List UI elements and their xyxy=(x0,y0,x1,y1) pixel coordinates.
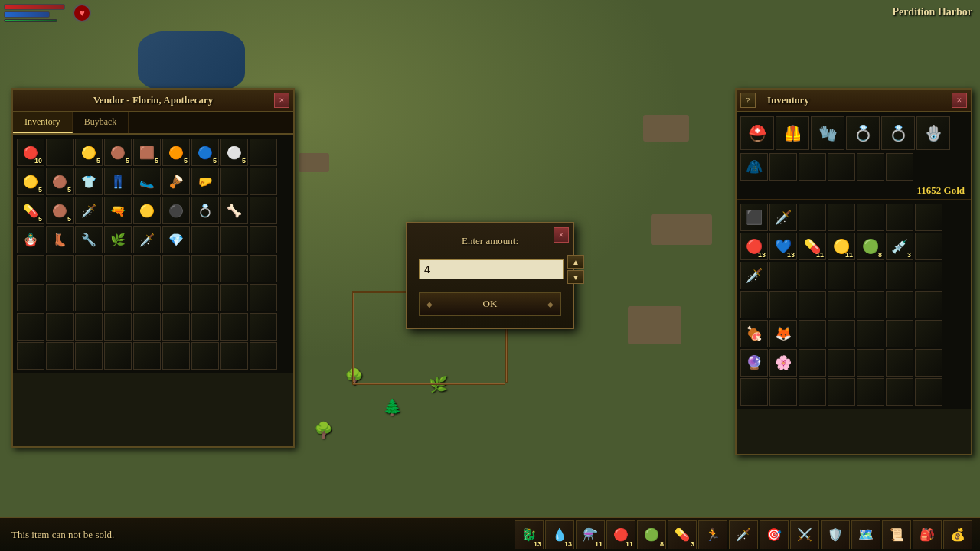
inventory-cell[interactable] xyxy=(915,262,942,289)
vendor-cell[interactable]: 🪆 xyxy=(17,226,44,253)
equipped-cell-2[interactable] xyxy=(886,153,913,181)
vendor-cell[interactable] xyxy=(191,226,219,253)
vendor-cell[interactable] xyxy=(191,313,219,341)
tab-buyback[interactable]: Buyback xyxy=(73,112,129,133)
inventory-cell[interactable] xyxy=(886,378,913,406)
vendor-cell[interactable] xyxy=(133,313,161,341)
hotbar-slot[interactable]: 🎯 xyxy=(760,520,789,549)
equipped-cell-2[interactable] xyxy=(857,153,884,181)
vendor-cell[interactable]: ⚫ xyxy=(162,197,190,224)
inventory-cell[interactable] xyxy=(828,262,855,289)
inventory-cell[interactable] xyxy=(857,320,884,347)
inventory-cell[interactable]: 💙13 xyxy=(769,233,797,260)
vendor-cell[interactable] xyxy=(191,342,219,370)
vendor-cell[interactable] xyxy=(46,342,74,370)
vendor-cell[interactable] xyxy=(104,255,132,282)
hotbar-slot[interactable]: ⚔️ xyxy=(790,520,819,549)
hotbar-slot[interactable]: 💰 xyxy=(943,520,972,549)
vendor-cell[interactable] xyxy=(250,284,277,311)
hotbar-slot[interactable]: 🎒 xyxy=(913,520,942,549)
amount-input[interactable] xyxy=(419,259,564,279)
vendor-cell[interactable] xyxy=(17,284,44,311)
equipped-cell-2[interactable] xyxy=(828,153,855,181)
equipped-cell[interactable]: 🪬 xyxy=(916,116,950,150)
vendor-cell[interactable] xyxy=(17,313,44,341)
vendor-cell[interactable] xyxy=(46,313,74,341)
vendor-cell[interactable] xyxy=(162,313,190,341)
inventory-cell[interactable] xyxy=(857,349,884,377)
vendor-cell[interactable] xyxy=(104,342,132,370)
vendor-cell[interactable] xyxy=(220,284,248,311)
vendor-cell[interactable]: 🟡 xyxy=(133,197,161,224)
vendor-cell[interactable]: 🔴10 xyxy=(17,139,44,166)
hotbar-slot[interactable]: 🟢8 xyxy=(637,520,666,549)
vendor-cell[interactable]: 🟤5 xyxy=(46,197,74,224)
inventory-cell[interactable]: ⬛ xyxy=(740,204,768,231)
inventory-cell[interactable] xyxy=(886,291,913,318)
spinner-down-button[interactable]: ▼ xyxy=(567,270,584,284)
vendor-cell[interactable]: 💊5 xyxy=(17,197,44,224)
vendor-cell[interactable] xyxy=(46,139,74,166)
inventory-cell[interactable] xyxy=(915,320,942,347)
vendor-cell[interactable] xyxy=(75,313,103,341)
inventory-cell[interactable] xyxy=(799,378,826,406)
vendor-cell[interactable] xyxy=(191,255,219,282)
vendor-cell[interactable] xyxy=(220,255,248,282)
inventory-cell[interactable] xyxy=(740,291,768,318)
tab-inventory[interactable]: Inventory xyxy=(13,112,73,133)
inventory-cell[interactable] xyxy=(769,291,797,318)
vendor-cell[interactable] xyxy=(220,313,248,341)
vendor-cell[interactable]: 🟡5 xyxy=(75,139,103,166)
vendor-cell[interactable] xyxy=(220,168,248,195)
vendor-cell[interactable] xyxy=(250,255,277,282)
vendor-cell[interactable] xyxy=(133,284,161,311)
inventory-cell[interactable]: 💊11 xyxy=(799,233,826,260)
equipped-cell[interactable]: 🧤 xyxy=(811,116,844,150)
vendor-cell[interactable] xyxy=(220,342,248,370)
inventory-cell[interactable] xyxy=(799,262,826,289)
vendor-cell[interactable]: 🟫5 xyxy=(133,139,161,166)
inventory-cell[interactable]: 🔴13 xyxy=(740,233,768,260)
inventory-close-button[interactable]: × xyxy=(952,93,967,108)
inventory-cell[interactable] xyxy=(857,378,884,406)
inventory-cell[interactable] xyxy=(828,204,855,231)
vendor-cell[interactable] xyxy=(220,226,248,253)
vendor-cell[interactable] xyxy=(250,139,277,166)
vendor-cell[interactable]: 🟤5 xyxy=(46,168,74,195)
vendor-cell[interactable]: 🦴 xyxy=(220,197,248,224)
vendor-cell[interactable]: 🪘 xyxy=(162,168,190,195)
vendor-cell[interactable] xyxy=(17,255,44,282)
hotbar-slot[interactable]: 🐉13 xyxy=(514,520,544,549)
vendor-cell[interactable] xyxy=(250,342,277,370)
inventory-help-button[interactable]: ? xyxy=(740,93,756,108)
vendor-cell[interactable] xyxy=(162,342,190,370)
vendor-cell[interactable]: 💎 xyxy=(162,226,190,253)
vendor-cell[interactable] xyxy=(191,284,219,311)
hotbar-slot[interactable]: 🛡️ xyxy=(821,520,850,549)
vendor-cell[interactable]: 💍 xyxy=(191,197,219,224)
hotbar-slot[interactable]: 📜 xyxy=(882,520,911,549)
equipped-cell-2[interactable] xyxy=(769,153,797,181)
inventory-cell[interactable] xyxy=(915,291,942,318)
inventory-cell[interactable] xyxy=(828,320,855,347)
vendor-cell[interactable] xyxy=(46,284,74,311)
hotbar-slot[interactable]: 🗡️ xyxy=(729,520,758,549)
vendor-cell[interactable] xyxy=(46,255,74,282)
inventory-cell[interactable] xyxy=(886,262,913,289)
vendor-cell[interactable]: 🗡️ xyxy=(75,197,103,224)
inventory-cell[interactable]: 🔮 xyxy=(740,349,768,377)
vendor-cell[interactable]: 👖 xyxy=(104,168,132,195)
inventory-cell[interactable] xyxy=(915,204,942,231)
hotbar-slot[interactable]: ⚗️11 xyxy=(576,520,605,549)
vendor-cell[interactable]: 🗡️ xyxy=(133,226,161,253)
vendor-cell[interactable] xyxy=(250,197,277,224)
vendor-cell[interactable]: 🔫 xyxy=(104,197,132,224)
vendor-cell[interactable] xyxy=(104,313,132,341)
inventory-cell[interactable]: 🦊 xyxy=(769,320,797,347)
spinner-up-button[interactable]: ▲ xyxy=(567,255,584,269)
vendor-cell[interactable] xyxy=(162,284,190,311)
inventory-cell[interactable] xyxy=(915,378,942,406)
vendor-cell[interactable] xyxy=(133,255,161,282)
inventory-cell[interactable]: 💉3 xyxy=(886,233,913,260)
dialog-close-button[interactable]: × xyxy=(554,227,569,243)
